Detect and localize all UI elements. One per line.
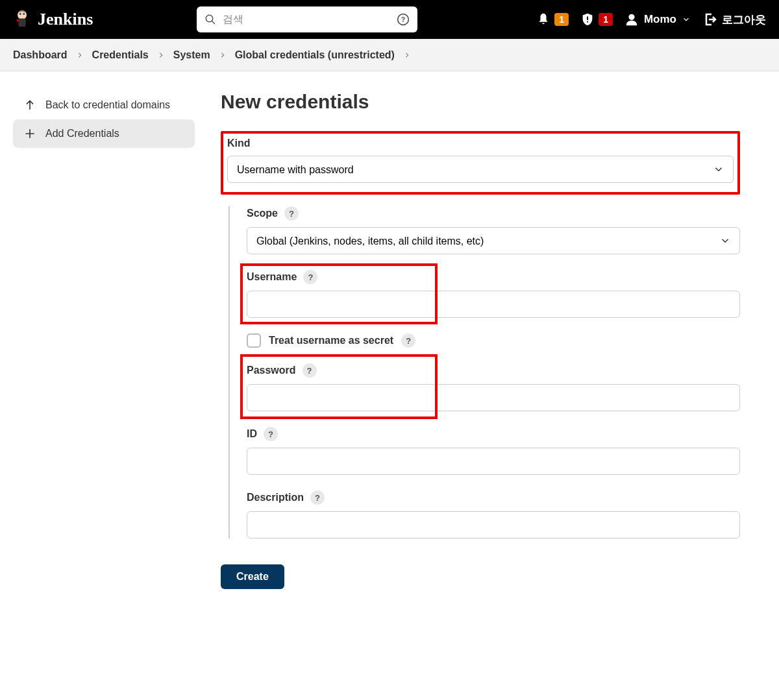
label-password: Password ? xyxy=(247,363,740,378)
breadcrumb-system[interactable]: System xyxy=(173,49,210,61)
sidebar-back-label: Back to credential domains xyxy=(45,99,170,111)
svg-rect-10 xyxy=(587,21,588,23)
search-icon xyxy=(204,14,216,25)
svg-point-5 xyxy=(206,15,214,22)
kind-select-wrap: Username with password xyxy=(227,156,734,183)
label-id: ID ? xyxy=(247,427,740,441)
notifications-group[interactable]: 1 xyxy=(536,12,569,27)
field-id: ID ? xyxy=(247,427,740,475)
chevron-down-icon xyxy=(682,15,691,24)
label-username: Username ? xyxy=(247,270,740,284)
username-text: Momo xyxy=(644,13,676,26)
svg-point-11 xyxy=(628,14,634,20)
svg-rect-1 xyxy=(18,19,25,27)
security-badge: 1 xyxy=(599,13,613,26)
help-id[interactable]: ? xyxy=(264,427,278,441)
breadcrumb-global[interactable]: Global credentials (unrestricted) xyxy=(235,49,395,61)
page-title: New credentials xyxy=(221,91,740,113)
treat-secret-checkbox[interactable] xyxy=(247,333,261,348)
logout-icon xyxy=(702,12,718,27)
highlight-kind: Kind Username with password xyxy=(221,131,740,195)
header-right: 1 1 Momo 로그아웃 xyxy=(536,12,766,27)
scope-select[interactable]: Global (Jenkins, nodes, items, all child… xyxy=(247,227,740,254)
search-input[interactable] xyxy=(223,14,390,25)
sidebar-add-label: Add Credentials xyxy=(45,128,119,139)
header: Jenkins ? 1 1 Momo 로그아웃 xyxy=(0,0,779,39)
breadcrumb: Dashboard Credentials System Global cred… xyxy=(0,39,779,71)
svg-text:?: ? xyxy=(401,16,406,23)
field-scope: Scope ? Global (Jenkins, nodes, items, a… xyxy=(247,206,740,254)
logout-text: 로그아웃 xyxy=(722,12,766,27)
id-input[interactable] xyxy=(247,448,740,475)
svg-line-6 xyxy=(212,21,216,24)
create-button[interactable]: Create xyxy=(221,564,284,589)
svg-rect-9 xyxy=(587,16,588,20)
label-description: Description ? xyxy=(247,490,740,505)
sidebar-item-back[interactable]: Back to credential domains xyxy=(13,91,195,119)
help-scope[interactable]: ? xyxy=(284,206,299,221)
breadcrumb-dashboard[interactable]: Dashboard xyxy=(13,49,68,61)
field-password-wrap: Password ? xyxy=(247,363,740,411)
help-description[interactable]: ? xyxy=(310,490,325,505)
scope-select-wrap: Global (Jenkins, nodes, items, all child… xyxy=(247,227,740,254)
svg-rect-4 xyxy=(17,19,19,21)
shield-alert-icon xyxy=(580,12,595,27)
chevron-right-icon xyxy=(219,52,226,58)
field-username-wrap: Username ? xyxy=(247,270,740,318)
svg-point-3 xyxy=(23,13,25,15)
field-treat-secret: Treat username as secret ? xyxy=(247,333,740,348)
treat-secret-label: Treat username as secret xyxy=(269,335,393,346)
notification-badge: 1 xyxy=(554,13,569,26)
plus-icon xyxy=(23,127,36,140)
username-input[interactable] xyxy=(247,291,740,318)
arrow-up-icon xyxy=(23,99,36,112)
help-password[interactable]: ? xyxy=(303,363,317,378)
checkbox-row-treat-secret: Treat username as secret ? xyxy=(247,333,740,348)
page-body: Back to credential domains Add Credentia… xyxy=(0,71,779,615)
sidebar-item-add[interactable]: Add Credentials xyxy=(13,119,195,148)
help-username[interactable]: ? xyxy=(303,270,317,284)
field-username: Username ? xyxy=(247,270,740,318)
chevron-right-icon xyxy=(404,52,410,58)
label-kind: Kind xyxy=(227,138,734,149)
field-kind: Kind Username with password xyxy=(227,138,734,183)
logo-area[interactable]: Jenkins xyxy=(13,8,93,30)
field-description: Description ? xyxy=(247,490,740,538)
chevron-right-icon xyxy=(158,52,164,58)
logout-button[interactable]: 로그아웃 xyxy=(702,12,766,27)
user-icon xyxy=(624,12,639,27)
password-input[interactable] xyxy=(247,384,740,411)
jenkins-logo-icon xyxy=(13,8,31,30)
search-wrap: ? xyxy=(197,6,417,32)
user-menu[interactable]: Momo xyxy=(624,12,691,27)
breadcrumb-credentials[interactable]: Credentials xyxy=(92,49,149,61)
field-password: Password ? xyxy=(247,363,740,411)
help-treat-secret[interactable]: ? xyxy=(401,333,415,348)
kind-select[interactable]: Username with password xyxy=(227,156,734,183)
svg-point-2 xyxy=(19,13,21,15)
search-box[interactable]: ? xyxy=(197,6,417,32)
chevron-right-icon xyxy=(77,52,83,58)
sidebar: Back to credential domains Add Credentia… xyxy=(13,91,195,589)
brand-text: Jenkins xyxy=(38,10,93,29)
security-group[interactable]: 1 xyxy=(580,12,613,27)
description-input[interactable] xyxy=(247,511,740,538)
indented-section: Scope ? Global (Jenkins, nodes, items, a… xyxy=(229,206,740,538)
bell-icon xyxy=(536,12,550,27)
content: New credentials Kind Username with passw… xyxy=(221,91,740,589)
label-scope: Scope ? xyxy=(247,206,740,221)
help-circle-icon[interactable]: ? xyxy=(397,13,410,26)
